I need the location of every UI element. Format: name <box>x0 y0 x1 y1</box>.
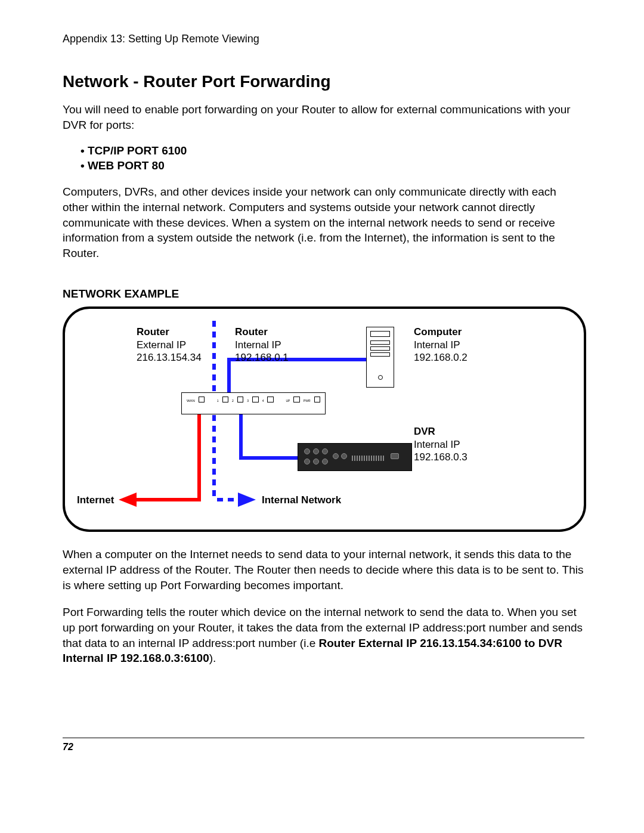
network-example-label: NETWORK EXAMPLE <box>63 287 584 301</box>
computer-icon <box>366 327 394 388</box>
internet-label: Internet <box>77 494 114 506</box>
page-number: 72 <box>63 742 73 752</box>
port-list: • TCP/IP PORT 6100 • WEB PORT 80 <box>80 144 584 172</box>
appendix-header: Appendix 13: Setting Up Remote Viewing <box>63 33 584 45</box>
network-paragraph: Computers, DVRs, and other devices insid… <box>63 184 584 261</box>
computer-label: Computer Internal IP 192.168.0.2 <box>414 326 467 364</box>
network-diagram: Router External IP 216.13.154.34 Router … <box>63 306 586 532</box>
dvr-label: DVR Internal IP 192.168.0.3 <box>414 425 467 463</box>
tcpip-port: • TCP/IP PORT 6100 <box>80 144 584 157</box>
para-port-forwarding: Port Forwarding tells the router which d… <box>63 605 584 666</box>
para-external-ip: When a computer on the Internet needs to… <box>63 547 584 593</box>
svg-marker-4 <box>238 493 256 507</box>
intro-paragraph: You will need to enable port forwarding … <box>63 102 584 132</box>
web-port: • WEB PORT 80 <box>80 159 584 172</box>
router-internal-label: Router Internal IP 192.168.0.1 <box>235 326 289 364</box>
internal-network-label: Internal Network <box>262 494 341 506</box>
svg-marker-2 <box>119 493 137 507</box>
dvr-icon <box>298 443 412 471</box>
router-external-label: Router External IP 216.13.154.34 <box>137 326 202 364</box>
page-title: Network - Router Port Forwarding <box>63 72 584 91</box>
router-device-icon: WAN 1 2 3 4 UP PWR <box>181 392 326 414</box>
footer-rule: 72 <box>63 738 584 753</box>
